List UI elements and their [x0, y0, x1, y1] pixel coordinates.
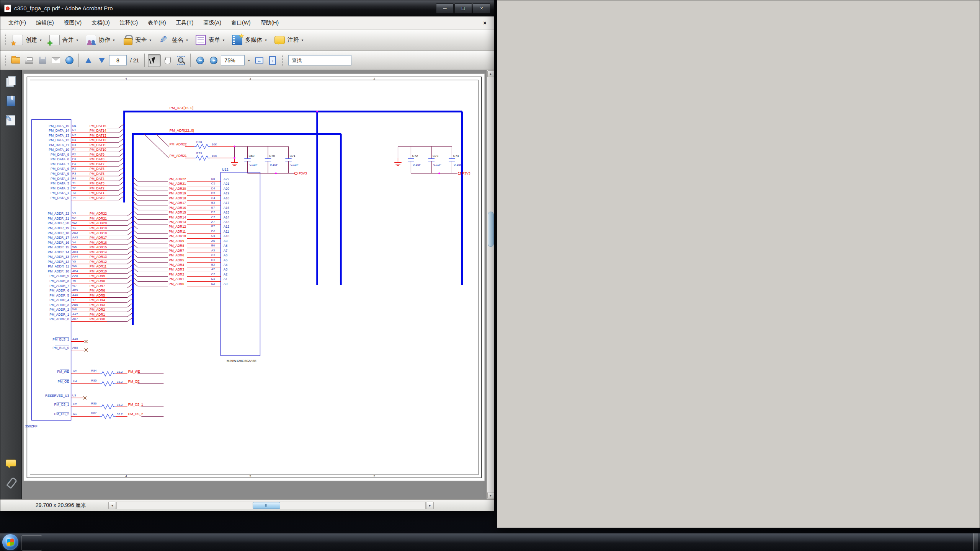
cursor-icon: [152, 57, 157, 64]
toolbar-menu-button[interactable]: 协作 ▾: [82, 32, 118, 48]
signatures-panel-icon[interactable]: [5, 114, 18, 127]
show-desktop-button[interactable]: [973, 533, 978, 551]
marquee-zoom-button[interactable]: [175, 54, 187, 67]
menu-item[interactable]: 工具(T): [171, 16, 199, 29]
svg-text:AB7: AB7: [72, 317, 78, 321]
toolbar-grip[interactable]: [4, 55, 7, 66]
toolbar-menu-button[interactable]: 注释 ▾: [271, 32, 307, 48]
svg-text:PM_DATA_11: PM_DATA_11: [49, 143, 69, 147]
svg-text:PM_ADR6: PM_ADR6: [90, 289, 105, 292]
toolbar-menu-button[interactable]: 合并 ▾: [46, 32, 82, 48]
svg-text:B2: B2: [211, 263, 215, 266]
scroll-right-arrow[interactable]: ▸: [426, 502, 434, 509]
start-button[interactable]: [2, 534, 18, 550]
status-bar: 29.700 x 20.996 厘米 ◂ ▸: [0, 499, 494, 511]
zoom-in-button[interactable]: +: [207, 54, 220, 67]
horizontal-scroll-track[interactable]: [116, 502, 426, 509]
taskbar-button[interactable]: [21, 535, 42, 551]
next-page-button[interactable]: [96, 54, 108, 67]
fit-width-icon: ↔: [255, 57, 263, 64]
scroll-up-arrow[interactable]: ▲: [487, 70, 494, 77]
toolbar-menu-button[interactable]: 签名 ▾: [155, 32, 191, 48]
toolbar-menu-button[interactable]: 创建 ▾: [9, 32, 45, 48]
toolbar-menu-button[interactable]: 表单 ▾: [192, 32, 228, 48]
toolbar-button-icon: [13, 35, 23, 45]
print-button[interactable]: [23, 54, 35, 67]
svg-text:R4: R4: [72, 177, 77, 180]
email-button[interactable]: [50, 54, 62, 67]
pages-panel-icon[interactable]: [5, 75, 18, 88]
close-button[interactable]: ×: [473, 3, 490, 13]
svg-text:PM_ADDR_0: PM_ADDR_0: [49, 317, 69, 321]
scroll-left-arrow[interactable]: ◂: [108, 502, 116, 509]
svg-text:U2: U2: [73, 403, 77, 406]
menu-item[interactable]: 高级(A): [198, 16, 226, 29]
comments-panel-icon[interactable]: [5, 457, 18, 470]
menu-item[interactable]: 注释(C): [115, 16, 143, 29]
chevron-down-icon: ▾: [223, 38, 225, 42]
svg-text:4: 4: [125, 77, 127, 80]
web-upload-button[interactable]: [63, 54, 75, 67]
previous-page-button[interactable]: [82, 54, 95, 67]
menu-item[interactable]: 帮助(H): [256, 16, 284, 29]
hand-tool-button[interactable]: [162, 54, 174, 67]
menu-item[interactable]: 文件(F): [3, 16, 31, 29]
title-bar[interactable]: c350_fpga_cp.pdf - Adobe Acrobat Pro ─ □…: [0, 0, 494, 16]
select-tool-button[interactable]: [148, 54, 160, 67]
vertical-scrollbar[interactable]: ▲ ▼: [487, 70, 494, 499]
fit-page-button[interactable]: ↕: [266, 54, 279, 67]
toolbar-grip[interactable]: [281, 55, 284, 66]
menu-item[interactable]: 窗口(W): [226, 16, 256, 29]
menu-item[interactable]: 视图(V): [59, 16, 87, 29]
zoom-dropdown-arrow[interactable]: ▾: [246, 59, 252, 62]
svg-text:PM_ADDR_9: PM_ADDR_9: [49, 274, 69, 278]
toolbar-button-icon: [122, 35, 133, 45]
svg-text:PM_ADR4: PM_ADR4: [90, 298, 105, 302]
svg-text:A17: A17: [224, 201, 229, 205]
menu-item[interactable]: 表单(R): [143, 16, 171, 29]
svg-text:C73: C73: [433, 154, 439, 158]
horizontal-scroll-thumb[interactable]: [253, 502, 281, 509]
menu-item[interactable]: 编辑(E): [31, 16, 59, 29]
svg-text:0.1uF: 0.1uF: [413, 163, 421, 166]
page-number-input[interactable]: 8: [109, 55, 127, 65]
svg-text:PM_CS_2: PM_CS_2: [128, 412, 143, 416]
svg-text:A4: A4: [224, 263, 228, 267]
zoom-out-button[interactable]: −: [194, 54, 206, 67]
minimize-button[interactable]: ─: [436, 3, 454, 13]
svg-text:PM_ADR10: PM_ADR10: [169, 234, 186, 238]
fit-width-button[interactable]: ↔: [253, 54, 265, 67]
svg-text:A13: A13: [224, 220, 229, 224]
svg-text:10K: 10K: [212, 143, 217, 146]
menu-item[interactable]: 文档(D): [87, 16, 114, 29]
vertical-scroll-thumb[interactable]: [488, 212, 494, 247]
svg-text:PM_DAT9: PM_DAT9: [90, 153, 105, 156]
svg-text:AA4: AA4: [72, 255, 78, 258]
svg-text:PM_DAT10: PM_DAT10: [90, 148, 106, 152]
svg-text:PM_ADDR_11: PM_ADDR_11: [48, 264, 69, 268]
svg-text:33.2: 33.2: [117, 380, 123, 383]
save-button[interactable]: [36, 54, 49, 67]
toolbar-grip[interactable]: [4, 34, 7, 46]
toolbar-menu-button[interactable]: 安全 ▾: [119, 32, 155, 48]
maximize-button[interactable]: □: [454, 3, 472, 13]
find-input[interactable]: 查找 ▾: [288, 55, 351, 65]
svg-text:PM_ADR[22..0]: PM_ADR[22..0]: [170, 129, 194, 132]
email-icon: [52, 57, 60, 63]
scroll-down-arrow[interactable]: ▼: [487, 492, 494, 499]
svg-text:Y4: Y4: [72, 241, 76, 244]
svg-text:A21: A21: [224, 182, 229, 186]
close-document-icon[interactable]: ×: [479, 20, 491, 26]
open-button[interactable]: [10, 54, 22, 67]
magnifier-icon: [177, 56, 185, 65]
svg-text:PM_DATA_14: PM_DATA_14: [49, 129, 69, 132]
svg-text:T2: T2: [72, 186, 76, 190]
document-area[interactable]: 443322PM_DAT[15..0]PM_ADR[22..0]PM_DATA_…: [22, 70, 487, 499]
tray-icon[interactable]: [951, 538, 959, 546]
toolbar-menu-button[interactable]: 多媒体 ▾: [229, 32, 270, 48]
horizontal-scrollbar[interactable]: ◂ ▸: [108, 501, 434, 510]
attachments-panel-icon[interactable]: [5, 476, 18, 489]
toolbar-button-label: 注释: [287, 36, 299, 44]
zoom-level-input[interactable]: 75%: [221, 55, 245, 65]
bookmarks-panel-icon[interactable]: [5, 95, 18, 108]
